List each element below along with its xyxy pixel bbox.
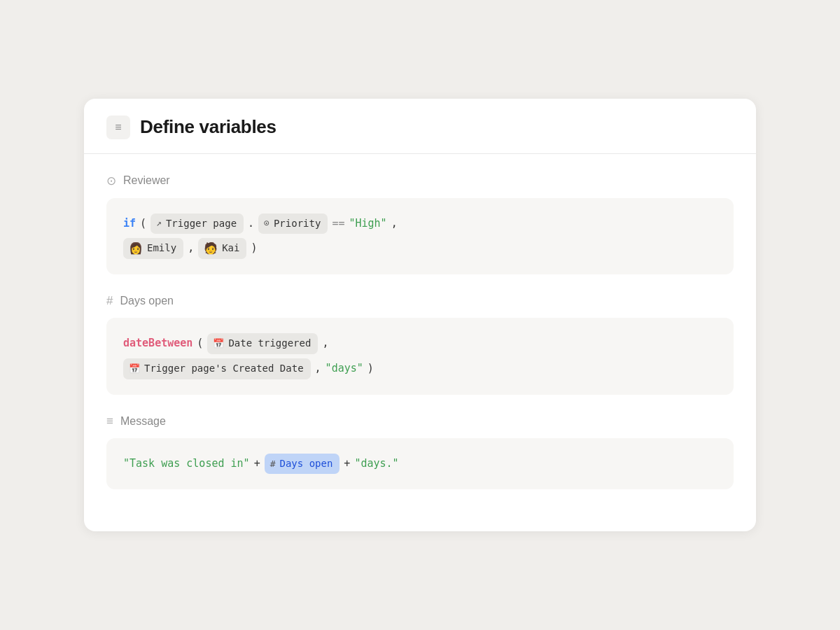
days-open-ref-label: Days open [279, 456, 332, 472]
kai-avatar-icon: 🧑 [204, 243, 218, 254]
reviewer-label: ⊙ Reviewer [106, 174, 734, 188]
comma-1: , [391, 215, 398, 233]
reviewer-section: ⊙ Reviewer if ( ↗ Trigger page . ⊙ Prior… [84, 174, 756, 275]
hash-icon: # [106, 294, 113, 308]
reviewer-code-line-2: 👩 Emily , 🧑 Kai ) [123, 238, 717, 259]
arrow-up-right-icon: ↗ [156, 216, 162, 231]
days-open-section: # Days open dateBetween ( 📅 Date trigger… [84, 294, 756, 395]
reviewer-code-line-1: if ( ↗ Trigger page . ⊙ Priority == "Hig… [123, 214, 717, 234]
days-open-ref-pill[interactable]: # Days open [265, 454, 340, 475]
main-card: ≡ Define variables ⊙ Reviewer if ( ↗ Tri… [84, 99, 756, 532]
dropdown-icon: ⊙ [264, 216, 270, 231]
message-label: ≡ Message [106, 414, 734, 428]
trigger-page-label: Trigger page [166, 216, 237, 232]
datebetween-keyword: dateBetween [123, 335, 192, 353]
days-string: "days" [326, 360, 363, 378]
trigger-page-pill[interactable]: ↗ Trigger page [150, 214, 244, 234]
open-paren-2: ( [197, 335, 203, 353]
emily-avatar-icon: 👩 [129, 243, 143, 254]
close-paren-2: ) [368, 360, 374, 378]
days-open-code-block: dateBetween ( 📅 Date triggered , 📅 Trigg… [106, 318, 734, 395]
person-icon: ⊙ [106, 174, 116, 188]
days-open-label: # Days open [106, 294, 734, 308]
kai-pill[interactable]: 🧑 Kai [198, 238, 246, 259]
calendar-2-icon: 📅 [129, 361, 140, 377]
message-code-line-1: "Task was closed in" + # Days open + "da… [123, 454, 717, 475]
card-title: Define variables [140, 116, 276, 138]
task-closed-string: "Task was closed in" [123, 455, 250, 473]
plus-1: + [254, 455, 260, 473]
kai-label: Kai [222, 240, 239, 257]
card-header: ≡ Define variables [84, 99, 756, 154]
reviewer-label-text: Reviewer [123, 174, 170, 187]
days-period-string: "days." [354, 455, 398, 473]
high-string: "High" [349, 215, 386, 233]
comma-2: , [188, 239, 194, 258]
if-keyword: if [123, 215, 136, 233]
plus-2: + [344, 455, 350, 473]
comma-3: , [322, 335, 328, 353]
header-icon: ≡ [106, 115, 130, 139]
equals-op: == [332, 215, 344, 233]
dot-separator: . [248, 215, 254, 233]
created-date-label: Trigger page's Created Date [144, 360, 304, 377]
menu-icon: ≡ [115, 121, 121, 134]
message-section: ≡ Message "Task was closed in" + # Days … [84, 414, 756, 490]
reviewer-code-block: if ( ↗ Trigger page . ⊙ Priority == "Hig… [106, 198, 734, 275]
comma-4: , [315, 360, 321, 378]
message-code-block: "Task was closed in" + # Days open + "da… [106, 438, 734, 490]
days-open-label-text: Days open [120, 295, 174, 307]
hash-ref-icon: # [270, 456, 276, 472]
days-open-code-line-2: 📅 Trigger page's Created Date , "days" ) [123, 358, 717, 379]
created-date-pill[interactable]: 📅 Trigger page's Created Date [123, 358, 311, 379]
close-paren: ) [251, 239, 257, 258]
priority-label: Priority [274, 216, 321, 232]
open-paren: ( [140, 215, 146, 233]
lines-icon: ≡ [106, 414, 113, 428]
days-open-code-line-1: dateBetween ( 📅 Date triggered , [123, 333, 717, 354]
emily-label: Emily [147, 240, 176, 257]
date-triggered-pill[interactable]: 📅 Date triggered [207, 333, 318, 354]
emily-pill[interactable]: 👩 Emily [123, 238, 183, 259]
calendar-icon: 📅 [213, 336, 224, 351]
date-triggered-label: Date triggered [228, 335, 311, 352]
message-label-text: Message [120, 415, 166, 428]
priority-pill[interactable]: ⊙ Priority [258, 214, 328, 234]
